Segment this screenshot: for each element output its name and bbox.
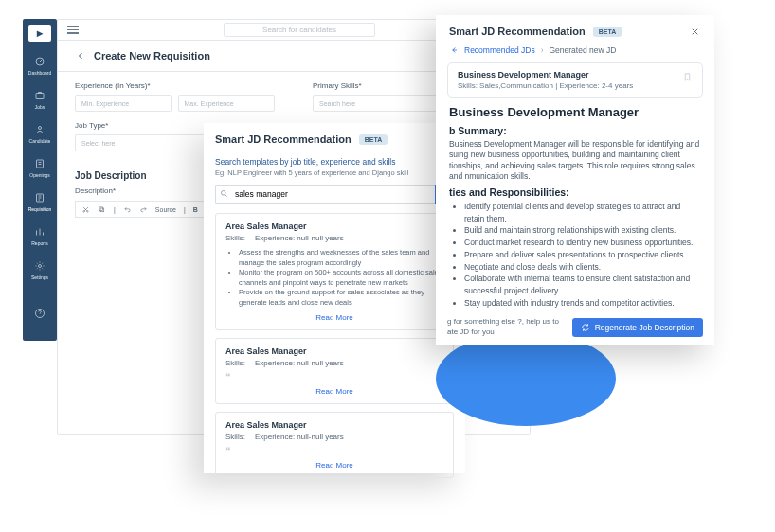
max-experience-input[interactable]: Max. Experience: [178, 95, 276, 112]
bookmark-icon[interactable]: [682, 70, 693, 82]
redo-icon[interactable]: [139, 205, 148, 214]
job-title: Business Development Manager: [458, 70, 682, 80]
result-title: Area Sales Manager: [225, 346, 443, 356]
back-arrow-icon[interactable]: [449, 45, 459, 55]
jd-summary: Business Development Manager will be res…: [449, 139, 701, 183]
source-button[interactable]: Source: [155, 206, 176, 213]
result-card[interactable]: Area Sales Manager Skills:Experience: nu…: [215, 412, 454, 478]
svg-point-11: [222, 191, 226, 196]
sidebar-item-help[interactable]: [33, 307, 46, 322]
jd-heading: Business Development Manager: [449, 105, 701, 119]
hamburger-icon[interactable]: [67, 26, 79, 34]
svg-point-5: [38, 265, 41, 268]
cut-icon[interactable]: [81, 205, 90, 214]
result-title: Area Sales Manager: [225, 222, 443, 231]
regenerate-hint: g for something else ?, help us to ate J…: [447, 317, 563, 337]
sidebar-item-jobs[interactable]: Jobs: [33, 89, 46, 110]
modal-title: Smart JD Recommendation: [449, 26, 586, 37]
crumb-current: Generated new JD: [549, 45, 616, 55]
search-example: Eg: NLP Engineer with 5 years of experie…: [204, 167, 465, 185]
crumb-parent[interactable]: Recommended JDs: [464, 45, 535, 55]
read-more-link[interactable]: Read More: [225, 387, 443, 396]
undo-icon[interactable]: [123, 205, 132, 214]
quote-icon: ❝: [225, 445, 443, 455]
global-search[interactable]: Search for candidates: [224, 23, 375, 37]
refresh-icon: [581, 323, 590, 332]
result-card[interactable]: Area Sales Manager Skills:Experience: nu…: [215, 213, 454, 330]
sidebar-item-reports[interactable]: Reports: [31, 225, 48, 246]
sidebar-item-openings[interactable]: Openings: [29, 157, 49, 178]
svg-rect-10: [99, 206, 103, 210]
min-experience-input[interactable]: Min. Experience: [75, 95, 172, 112]
quote-icon: ❝: [225, 371, 443, 381]
close-icon[interactable]: [688, 25, 701, 38]
beta-badge: BETA: [359, 134, 388, 145]
modal-title: Smart JD Recommendation: [215, 133, 351, 145]
page-title: Create New Requisition: [94, 50, 210, 62]
jd-subheading: b Summary:: [449, 125, 701, 136]
template-search-input[interactable]: [215, 185, 435, 204]
copy-icon[interactable]: [98, 205, 106, 214]
bold-button[interactable]: B: [193, 206, 198, 213]
sidebar-item-dashboard[interactable]: Dashboard: [28, 55, 51, 76]
search-icon: [220, 189, 228, 198]
svg-point-2: [38, 127, 41, 130]
result-title: Area Sales Manager: [225, 420, 443, 430]
svg-rect-9: [100, 208, 104, 212]
read-more-link[interactable]: Read More: [225, 313, 443, 322]
read-more-link[interactable]: Read More: [225, 461, 443, 470]
result-card[interactable]: Area Sales Manager Skills:Experience: nu…: [215, 338, 454, 404]
app-logo: ▸: [28, 25, 51, 42]
responsibilities-list: Identify potential clients and develop s…: [449, 201, 701, 310]
jd-detail-modal: Smart JD Recommendation BETA Recommended…: [436, 15, 714, 345]
beta-badge: BETA: [593, 27, 622, 37]
smart-jd-modal: Smart JD Recommendation BETA X Search te…: [204, 123, 465, 473]
regenerate-button[interactable]: Regenerate Job Description: [572, 318, 703, 337]
sidebar-item-settings[interactable]: Settings: [31, 259, 48, 280]
breadcrumb: Recommended JDs › Generated new JD: [436, 44, 714, 62]
svg-rect-3: [37, 160, 44, 168]
experience-label: Experience (In Years)*: [75, 81, 275, 90]
decorative-blob: [436, 331, 616, 426]
chevron-right-icon: ›: [541, 45, 544, 55]
job-meta: Skills: Sales,Communication | Experience…: [458, 81, 682, 90]
sidebar: ▸ Dashboard Jobs Candidate Openings Requ…: [23, 19, 57, 341]
sidebar-item-candidate[interactable]: Candidate: [29, 123, 51, 144]
sidebar-item-requisition[interactable]: Requisition: [28, 191, 52, 212]
job-summary-box: Business Development Manager Skills: Sal…: [447, 62, 703, 98]
svg-rect-1: [36, 94, 44, 99]
jd-subheading: ties and Responsibilities:: [449, 186, 701, 198]
back-arrow-icon[interactable]: [75, 50, 86, 62]
search-hint: Search templates by job title, experienc…: [204, 153, 465, 167]
